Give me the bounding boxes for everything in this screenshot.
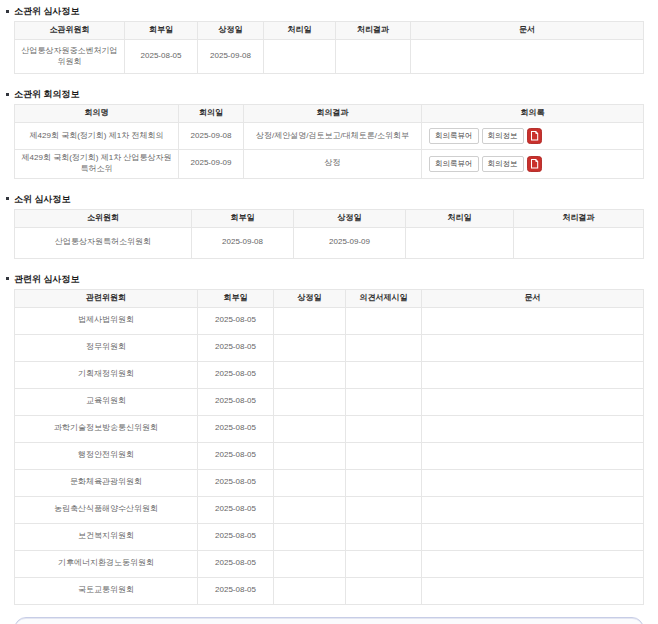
cell: [346, 388, 422, 415]
cell: 2025-08-05: [198, 334, 274, 361]
cell: 상정: [244, 150, 422, 179]
cell: [274, 523, 346, 550]
cell: [274, 496, 346, 523]
cell: [422, 577, 644, 604]
section-title: 소관위 회의정보: [6, 88, 658, 100]
cell: 2025-08-05: [198, 523, 274, 550]
bullet-icon: [6, 93, 9, 96]
cell: 과학기술정보방송통신위원회: [15, 415, 198, 442]
column-header: 회의결과: [244, 105, 422, 123]
table-row: 기획재정위원회2025-08-05: [15, 361, 644, 388]
column-header: 처리결과: [514, 209, 644, 227]
minutes-viewer-button[interactable]: 회의록뷰어: [429, 156, 479, 172]
cell: [274, 361, 346, 388]
section-subcommittee-review: 소위 심사정보 소위원회회부일상정일처리일처리결과 산업통상자원특허소위원회20…: [0, 193, 658, 259]
cell: 2025-09-08: [179, 123, 244, 150]
cell: [274, 334, 346, 361]
cell: 2025-08-05: [198, 550, 274, 577]
table-row: 국토교통위원회2025-08-05: [15, 577, 644, 604]
cell: [411, 40, 644, 74]
cell: [422, 361, 644, 388]
section-title-text: 소관위 회의정보: [14, 88, 80, 100]
section-title: 소위 심사정보: [6, 193, 658, 205]
minutes-viewer-button[interactable]: 회의록뷰어: [429, 128, 479, 144]
cell: 2025-09-09: [294, 227, 406, 258]
table-row: 과학기술정보방송통신위원회2025-08-05: [15, 415, 644, 442]
cell: 2025-08-05: [198, 496, 274, 523]
table-row: 제429회 국회(정기회) 제1차 산업통상자원특허소위2025-09-09상정…: [15, 150, 644, 179]
cell: [346, 415, 422, 442]
cell: [274, 388, 346, 415]
cell: [274, 415, 346, 442]
cell: 법제사법위원회: [15, 307, 198, 334]
cell: [274, 307, 346, 334]
column-header: 처리결과: [336, 22, 411, 40]
committee-review-table: 소관위원회회부일상정일처리일처리결과문서 산업통상자원중소벤처기업위원회2025…: [14, 21, 644, 74]
cell: 제429회 국회(정기회) 제1차 전체회의: [15, 123, 179, 150]
cell: 2025-08-05: [125, 40, 198, 74]
cell: [274, 550, 346, 577]
column-header: 처리일: [264, 22, 336, 40]
cell: 2025-08-05: [198, 577, 274, 604]
cell: [422, 334, 644, 361]
cell: [346, 496, 422, 523]
committee-meeting-table: 회의명회의일회의결과회의록 제429회 국회(정기회) 제1차 전체회의2025…: [14, 104, 644, 179]
cell: [346, 307, 422, 334]
pdf-icon[interactable]: [527, 128, 542, 144]
cell: [422, 523, 644, 550]
column-header: 소관위원회: [15, 22, 125, 40]
table-row: 보건복지위원회2025-08-05: [15, 523, 644, 550]
cell: [346, 550, 422, 577]
table-row: 교육위원회2025-08-05: [15, 388, 644, 415]
column-header: 처리일: [406, 209, 514, 227]
cell: 국토교통위원회: [15, 577, 198, 604]
table-header-row: 소관위원회회부일상정일처리일처리결과문서: [15, 22, 644, 40]
cell: 2025-08-05: [198, 307, 274, 334]
column-header: 의견서제시일: [346, 289, 422, 307]
cell: 교육위원회: [15, 388, 198, 415]
subcommittee-review-table: 소위원회회부일상정일처리일처리결과 산업통상자원특허소위원회2025-09-08…: [14, 209, 644, 259]
section-title-text: 소관위 심사정보: [14, 5, 80, 17]
table-row: 행정안전위원회2025-08-05: [15, 442, 644, 469]
table-header-row: 회의명회의일회의결과회의록: [15, 105, 644, 123]
cell: [514, 227, 644, 258]
table-row: 기후에너지환경노동위원회2025-08-05: [15, 550, 644, 577]
related-committee-review-table: 관련위원회회부일상정일의견서제시일문서 법제사법위원회2025-08-05정무위…: [14, 289, 644, 605]
table-header-row: 소위원회회부일상정일처리일처리결과: [15, 209, 644, 227]
meeting-info-button[interactable]: 회의정보: [482, 156, 524, 172]
column-header: 회의록: [422, 105, 644, 123]
column-header: 문서: [422, 289, 644, 307]
cell: 2025-08-05: [198, 415, 274, 442]
cell: [406, 227, 514, 258]
cell: [346, 334, 422, 361]
cell: 2025-09-09: [179, 150, 244, 179]
pdf-icon[interactable]: [527, 156, 542, 172]
footer-panel: [14, 617, 644, 624]
cell: 문화체육관광위원회: [15, 469, 198, 496]
column-header: 회의일: [179, 105, 244, 123]
table-row: 산업통상자원특허소위원회2025-09-082025-09-09: [15, 227, 644, 258]
table-row: 정무위원회2025-08-05: [15, 334, 644, 361]
cell: 기획재정위원회: [15, 361, 198, 388]
column-header: 문서: [411, 22, 644, 40]
cell: [422, 388, 644, 415]
cell: 2025-09-08: [192, 227, 294, 258]
table-header-row: 관련위원회회부일상정일의견서제시일문서: [15, 289, 644, 307]
cell: [274, 442, 346, 469]
cell: 기후에너지환경노동위원회: [15, 550, 198, 577]
cell: [264, 40, 336, 74]
table-row: 문화체육관광위원회2025-08-05: [15, 469, 644, 496]
cell: [422, 550, 644, 577]
meeting-info-button[interactable]: 회의정보: [482, 128, 524, 144]
section-committee-meeting: 소관위 회의정보 회의명회의일회의결과회의록 제429회 국회(정기회) 제1차…: [0, 88, 658, 179]
column-header: 상정일: [274, 289, 346, 307]
bullet-icon: [6, 197, 9, 200]
table-row: 제429회 국회(정기회) 제1차 전체회의2025-09-08상정/제안설명/…: [15, 123, 644, 150]
table-row: 농림축산식품해양수산위원회2025-08-05: [15, 496, 644, 523]
column-header: 소위원회: [15, 209, 192, 227]
column-header: 관련위원회: [15, 289, 198, 307]
cell: [422, 307, 644, 334]
cell: [346, 523, 422, 550]
table-row: 산업통상자원중소벤처기업위원회2025-08-052025-09-08: [15, 40, 644, 74]
cell: [422, 469, 644, 496]
